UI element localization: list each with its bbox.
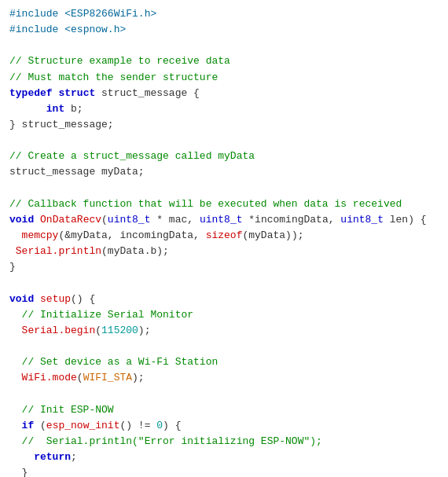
func-setup: setup (40, 293, 71, 305)
serial-println1: Serial.println (16, 245, 101, 257)
struct-keyword: struct (58, 87, 95, 99)
code-line-30: } (9, 465, 439, 477)
code-line-29: return; (9, 449, 439, 465)
comment-init-espnow: // Init ESP-NOW (22, 404, 114, 416)
uint8-type2: uint8_t (200, 214, 243, 226)
esp-now-init: esp_now_init (46, 420, 120, 431)
wifi-mode: WiFi.mode (22, 372, 77, 383)
code-line-blank5 (9, 339, 439, 354)
include-keyword: #include (9, 8, 58, 20)
var-decl: struct_message myData; (9, 166, 145, 178)
code-line-blank1 (9, 38, 439, 53)
code-line-23: // Set device as a Wi-Fi Station (9, 354, 439, 370)
typedef-keyword: typedef (9, 87, 53, 99)
void-keyword2: void (9, 293, 34, 305)
code-editor: #include <ESP8266WiFi.h> #include <espno… (0, 0, 448, 477)
wifi-sta-macro: WIFI_STA (83, 372, 132, 383)
comment-2: // Must match the sender structure (9, 72, 218, 83)
code-line-4: // Structure example to receive data (9, 53, 439, 69)
code-line-6: typedef struct struct_message { (9, 86, 439, 101)
close-brace-1: } (9, 261, 16, 273)
code-line-8: } struct_message; (9, 117, 439, 133)
code-line-20: // Initialize Serial Monitor (9, 307, 439, 323)
return-keyword: return (34, 451, 71, 463)
code-line-27: if (esp_now_init() != 0) { (9, 418, 439, 434)
code-line-5: // Must match the sender structure (9, 70, 439, 86)
include-file: <ESP8266WiFi.h> (64, 8, 156, 20)
comment-4: // Callback function that will be execut… (9, 198, 402, 210)
code-line-15: memcpy(&myData, incomingData, sizeof(myD… (9, 228, 439, 244)
uint8-type1: uint8_t (108, 214, 151, 226)
func-sizeof: sizeof (206, 229, 243, 241)
uint8-type3: uint8_t (340, 214, 384, 226)
code-line-17: } (9, 259, 439, 275)
code-line-blank4 (9, 275, 439, 291)
code-line-19: void setup() { (9, 292, 439, 307)
close-brace-2: } (22, 467, 28, 477)
func-params: ( (101, 214, 108, 226)
code-line-14: void OnDataRecv(uint8_t * mac, uint8_t *… (9, 212, 439, 228)
int-keyword: int (46, 103, 64, 115)
comment-serial-monitor: // Initialize Serial Monitor (22, 309, 193, 321)
code-line-1: #include <ESP8266WiFi.h> (9, 6, 439, 22)
code-line-13: // Callback function that will be execut… (9, 196, 439, 212)
func-name-ondatarecv: OnDataRecv (40, 214, 101, 226)
comment-error-serial: // Serial.println("Error initializing ES… (22, 435, 322, 447)
baud-rate: 115200 (101, 325, 138, 336)
void-keyword1: void (9, 214, 34, 226)
include-keyword2: #include (9, 24, 58, 35)
code-line-7: int b; (9, 101, 439, 117)
code-line-21: Serial.begin(115200); (9, 323, 439, 339)
code-line-10: // Create a struct_message called myData (9, 149, 439, 164)
field-b: b; (71, 103, 83, 115)
code-line-blank3 (9, 181, 439, 196)
comment-3: // Create a struct_message called myData (9, 150, 255, 162)
code-line-blank6 (9, 386, 439, 402)
include-file2: <espnow.h> (64, 24, 126, 35)
code-line-26: // Init ESP-NOW (9, 402, 439, 418)
struct-name: struct_message { (101, 87, 200, 99)
code-line-2: #include <espnow.h> (9, 22, 439, 38)
serial-begin: Serial.begin (22, 325, 96, 336)
close-struct: } struct_message; (9, 119, 114, 130)
code-line-16: Serial.println(myData.b); (9, 244, 439, 259)
comment-1: // Structure example to receive data (9, 55, 230, 67)
comment-wifi-station: // Set device as a Wi-Fi Station (22, 356, 218, 368)
code-line-blank2 (9, 133, 439, 149)
code-line-11: struct_message myData; (9, 164, 439, 180)
code-line-28: // Serial.println("Error initializing ES… (9, 434, 439, 449)
code-line-24: WiFi.mode(WIFI_STA); (9, 370, 439, 386)
zero-literal: 0 (156, 420, 163, 431)
if-keyword: if (22, 420, 35, 431)
func-memcpy: memcpy (22, 229, 59, 241)
